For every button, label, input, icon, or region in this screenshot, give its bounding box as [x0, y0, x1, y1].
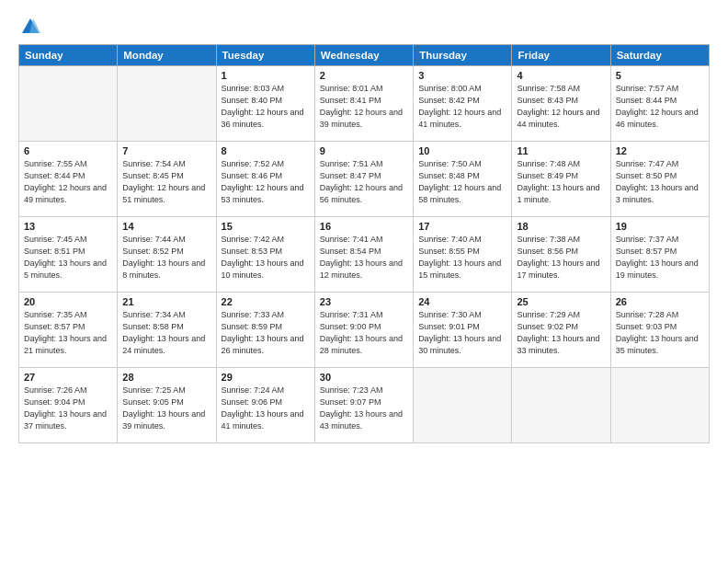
calendar-cell: 16Sunrise: 7:41 AMSunset: 8:54 PMDayligh…: [314, 217, 413, 293]
day-info: Sunrise: 7:42 AMSunset: 8:53 PMDaylight:…: [222, 234, 310, 282]
day-number: 15: [222, 221, 310, 232]
day-number: 7: [122, 145, 210, 156]
logo-icon: [20, 17, 40, 37]
day-info: Sunrise: 7:57 AMSunset: 8:44 PMDaylight:…: [616, 83, 704, 131]
weekday-header-thursday: Thursday: [414, 45, 512, 66]
day-info: Sunrise: 7:28 AMSunset: 9:03 PMDaylight:…: [616, 309, 704, 357]
calendar-cell: [19, 66, 118, 142]
day-number: 14: [122, 221, 210, 232]
day-number: 2: [320, 70, 408, 81]
calendar-week-2: 6Sunrise: 7:55 AMSunset: 8:44 PMDaylight…: [19, 142, 710, 217]
calendar-cell: 10Sunrise: 7:50 AMSunset: 8:48 PMDayligh…: [414, 142, 512, 217]
calendar-cell: 15Sunrise: 7:42 AMSunset: 8:53 PMDayligh…: [216, 217, 314, 293]
calendar-cell: 6Sunrise: 7:55 AMSunset: 8:44 PMDaylight…: [19, 142, 118, 217]
day-info: Sunrise: 7:25 AMSunset: 9:05 PMDaylight:…: [122, 385, 210, 432]
calendar-cell: [118, 66, 216, 142]
day-number: 5: [616, 70, 704, 81]
day-number: 3: [418, 70, 506, 81]
calendar-cell: 26Sunrise: 7:28 AMSunset: 9:03 PMDayligh…: [610, 293, 709, 368]
day-number: 30: [320, 372, 408, 383]
day-info: Sunrise: 7:50 AMSunset: 8:48 PMDaylight:…: [418, 158, 506, 206]
day-number: 12: [616, 145, 704, 156]
calendar-cell: 24Sunrise: 7:30 AMSunset: 9:01 PMDayligh…: [414, 293, 512, 368]
calendar-cell: [414, 368, 512, 443]
calendar-cell: 9Sunrise: 7:51 AMSunset: 8:47 PMDaylight…: [314, 142, 413, 217]
day-info: Sunrise: 7:48 AMSunset: 8:49 PMDaylight:…: [517, 158, 605, 206]
header: [18, 17, 710, 35]
calendar-cell: 29Sunrise: 7:24 AMSunset: 9:06 PMDayligh…: [216, 368, 314, 443]
day-info: Sunrise: 7:37 AMSunset: 8:57 PMDaylight:…: [616, 234, 704, 282]
calendar-cell: 13Sunrise: 7:45 AMSunset: 8:51 PMDayligh…: [19, 217, 118, 293]
day-number: 13: [24, 221, 112, 232]
weekday-header-sunday: Sunday: [19, 45, 118, 66]
day-info: Sunrise: 7:47 AMSunset: 8:50 PMDaylight:…: [616, 158, 704, 206]
day-number: 11: [517, 145, 605, 156]
logo: [18, 17, 40, 35]
calendar-cell: 14Sunrise: 7:44 AMSunset: 8:52 PMDayligh…: [118, 217, 216, 293]
page: SundayMondayTuesdayWednesdayThursdayFrid…: [0, 0, 728, 563]
calendar-cell: 18Sunrise: 7:38 AMSunset: 8:56 PMDayligh…: [512, 217, 610, 293]
day-number: 19: [616, 221, 704, 232]
day-number: 22: [222, 296, 310, 307]
day-number: 21: [122, 296, 210, 307]
day-number: 8: [222, 145, 310, 156]
day-info: Sunrise: 7:23 AMSunset: 9:07 PMDaylight:…: [320, 385, 408, 432]
day-info: Sunrise: 7:44 AMSunset: 8:52 PMDaylight:…: [122, 234, 210, 282]
calendar-cell: 8Sunrise: 7:52 AMSunset: 8:46 PMDaylight…: [216, 142, 314, 217]
calendar-cell: 7Sunrise: 7:54 AMSunset: 8:45 PMDaylight…: [118, 142, 216, 217]
calendar-week-1: 1Sunrise: 8:03 AMSunset: 8:40 PMDaylight…: [19, 66, 710, 142]
day-info: Sunrise: 8:03 AMSunset: 8:40 PMDaylight:…: [222, 83, 310, 131]
calendar-cell: [512, 368, 610, 443]
day-number: 29: [222, 372, 310, 383]
day-info: Sunrise: 7:29 AMSunset: 9:02 PMDaylight:…: [517, 309, 605, 357]
day-info: Sunrise: 7:31 AMSunset: 9:00 PMDaylight:…: [320, 309, 408, 357]
calendar-cell: 22Sunrise: 7:33 AMSunset: 8:59 PMDayligh…: [216, 293, 314, 368]
day-number: 24: [418, 296, 506, 307]
day-number: 23: [320, 296, 408, 307]
calendar-cell: 11Sunrise: 7:48 AMSunset: 8:49 PMDayligh…: [512, 142, 610, 217]
day-number: 16: [320, 221, 408, 232]
weekday-header-saturday: Saturday: [610, 45, 709, 66]
calendar-week-3: 13Sunrise: 7:45 AMSunset: 8:51 PMDayligh…: [19, 217, 710, 293]
day-info: Sunrise: 7:33 AMSunset: 8:59 PMDaylight:…: [222, 309, 310, 357]
calendar-week-4: 20Sunrise: 7:35 AMSunset: 8:57 PMDayligh…: [19, 293, 710, 368]
day-number: 20: [24, 296, 112, 307]
day-info: Sunrise: 7:34 AMSunset: 8:58 PMDaylight:…: [122, 309, 210, 357]
calendar-cell: 12Sunrise: 7:47 AMSunset: 8:50 PMDayligh…: [610, 142, 709, 217]
day-info: Sunrise: 7:58 AMSunset: 8:43 PMDaylight:…: [517, 83, 605, 131]
calendar-cell: 17Sunrise: 7:40 AMSunset: 8:55 PMDayligh…: [414, 217, 512, 293]
day-info: Sunrise: 7:38 AMSunset: 8:56 PMDaylight:…: [517, 234, 605, 282]
day-info: Sunrise: 7:35 AMSunset: 8:57 PMDaylight:…: [24, 309, 112, 357]
weekday-header-monday: Monday: [118, 45, 216, 66]
day-number: 25: [517, 296, 605, 307]
day-info: Sunrise: 7:45 AMSunset: 8:51 PMDaylight:…: [24, 234, 112, 282]
day-info: Sunrise: 7:55 AMSunset: 8:44 PMDaylight:…: [24, 158, 112, 206]
day-info: Sunrise: 7:41 AMSunset: 8:54 PMDaylight:…: [320, 234, 408, 282]
day-info: Sunrise: 7:24 AMSunset: 9:06 PMDaylight:…: [222, 385, 310, 432]
day-number: 26: [616, 296, 704, 307]
calendar-cell: 1Sunrise: 8:03 AMSunset: 8:40 PMDaylight…: [216, 66, 314, 142]
calendar-cell: [610, 368, 709, 443]
weekday-header-wednesday: Wednesday: [314, 45, 413, 66]
calendar-cell: 19Sunrise: 7:37 AMSunset: 8:57 PMDayligh…: [610, 217, 709, 293]
day-number: 18: [517, 221, 605, 232]
day-number: 4: [517, 70, 605, 81]
day-info: Sunrise: 7:40 AMSunset: 8:55 PMDaylight:…: [418, 234, 506, 282]
calendar-cell: 5Sunrise: 7:57 AMSunset: 8:44 PMDaylight…: [610, 66, 709, 142]
calendar-week-5: 27Sunrise: 7:26 AMSunset: 9:04 PMDayligh…: [19, 368, 710, 443]
day-number: 6: [24, 145, 112, 156]
calendar: SundayMondayTuesdayWednesdayThursdayFrid…: [18, 44, 710, 443]
day-info: Sunrise: 7:30 AMSunset: 9:01 PMDaylight:…: [418, 309, 506, 357]
weekday-header-tuesday: Tuesday: [216, 45, 314, 66]
calendar-cell: 4Sunrise: 7:58 AMSunset: 8:43 PMDaylight…: [512, 66, 610, 142]
calendar-cell: 21Sunrise: 7:34 AMSunset: 8:58 PMDayligh…: [118, 293, 216, 368]
calendar-cell: 30Sunrise: 7:23 AMSunset: 9:07 PMDayligh…: [314, 368, 413, 443]
day-info: Sunrise: 7:54 AMSunset: 8:45 PMDaylight:…: [122, 158, 210, 206]
calendar-cell: 27Sunrise: 7:26 AMSunset: 9:04 PMDayligh…: [19, 368, 118, 443]
day-info: Sunrise: 7:52 AMSunset: 8:46 PMDaylight:…: [222, 158, 310, 206]
day-info: Sunrise: 7:51 AMSunset: 8:47 PMDaylight:…: [320, 158, 408, 206]
day-info: Sunrise: 8:01 AMSunset: 8:41 PMDaylight:…: [320, 83, 408, 131]
day-info: Sunrise: 8:00 AMSunset: 8:42 PMDaylight:…: [418, 83, 506, 131]
calendar-cell: 20Sunrise: 7:35 AMSunset: 8:57 PMDayligh…: [19, 293, 118, 368]
day-number: 17: [418, 221, 506, 232]
